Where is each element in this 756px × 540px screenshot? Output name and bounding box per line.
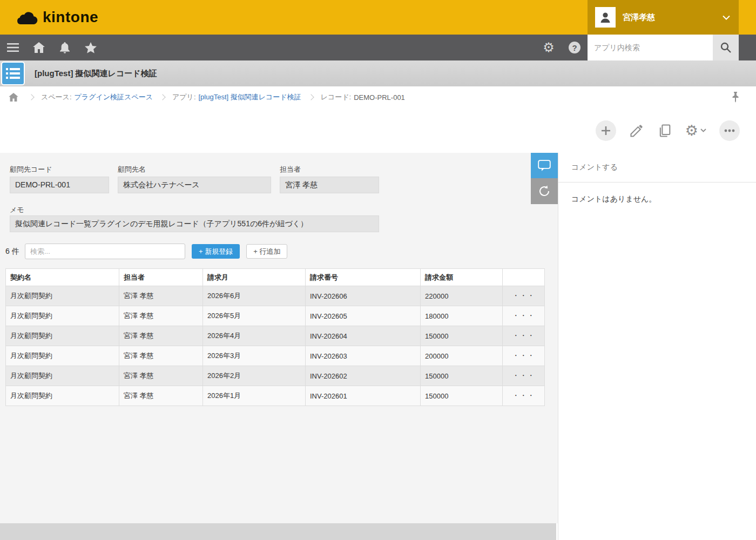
app-title: [plugTest] 擬似関連レコード検証 [35,60,157,86]
pin-icon [731,92,740,103]
notifications-button[interactable] [52,35,78,60]
gear-icon: ⚙ [685,123,698,138]
row-menu-button[interactable]: ・・・ [503,366,545,386]
table-row: 月次顧問契約 宮澤 孝慈 2026年4月 INV-202604 150000 ・… [6,326,545,346]
favorites-button[interactable] [78,35,104,60]
field-customer-code-label: 顧問先コード [10,165,52,174]
plus-icon [601,126,611,136]
field-customer-name-value: 株式会社ハテナベース [118,177,271,193]
breadcrumb-home-link[interactable] [5,93,22,102]
col-header-amount: 請求金額 [421,269,503,286]
col-header-contract: 契約名 [6,269,119,286]
kintone-cloud-icon [16,10,38,24]
cell-invoice: INV-202603 [306,346,421,366]
breadcrumb-space-label: スペース: [41,92,72,102]
row-menu-button[interactable]: ・・・ [503,286,545,306]
home-button[interactable] [26,35,52,60]
cell-amount: 200000 [421,346,503,366]
navbar-left-icons [0,35,104,60]
add-row-button[interactable]: + 行追加 [246,244,287,259]
pencil-icon [629,123,644,138]
more-options-button[interactable] [719,120,740,141]
help-button[interactable]: ? [562,35,588,60]
cell-invoice: INV-202602 [306,366,421,386]
register-new-button[interactable]: + 新規登録 [192,244,240,259]
table-search-input[interactable] [25,244,185,259]
col-header-month: 請求月 [203,269,306,286]
comments-panel: コメントする コメントはありません。 [558,153,756,540]
table-row: 月次顧問契約 宮澤 孝慈 2026年5月 INV-202605 180000 ・… [6,306,545,326]
edit-record-button[interactable] [629,123,644,138]
breadcrumb-record-value: DEMO-PRL-001 [354,93,405,102]
row-menu-button[interactable]: ・・・ [503,306,545,326]
comments-tab[interactable] [531,153,558,178]
cell-assignee: 宮澤 孝慈 [119,306,203,326]
cell-contract: 月次顧問契約 [6,306,119,326]
history-icon [538,185,551,198]
breadcrumb-app-link[interactable]: [plugTest] 擬似関連レコード検証 [199,92,301,102]
app-search-input[interactable] [588,35,713,60]
search-submit-button[interactable] [713,35,739,60]
row-menu-button[interactable]: ・・・ [503,326,545,346]
breadcrumb-space-link[interactable]: プラグイン検証スペース [75,92,153,102]
cell-contract: 月次顧問契約 [6,346,119,366]
kintone-record-page: kintone 宮澤孝慈 [0,0,756,540]
cell-contract: 月次顧問契約 [6,366,119,386]
duplicate-record-button[interactable] [657,123,672,138]
user-avatar-icon [595,7,616,28]
cell-month: 2026年4月 [203,326,306,346]
cell-contract: 月次顧問契約 [6,286,119,306]
cell-assignee: 宮澤 孝慈 [119,326,203,346]
cell-contract: 月次顧問契約 [6,326,119,346]
app-icon[interactable] [1,62,25,85]
chevron-right-icon [308,94,314,100]
app-title-bar: [plugTest] 擬似関連レコード検証 [0,60,756,86]
breadcrumb: スペース: プラグイン検証スペース アプリ: [plugTest] 擬似関連レコ… [0,86,756,108]
field-memo-label: メモ [10,205,24,215]
col-header-actions [503,269,545,286]
record-toolbar-icons: ⚙ [596,108,740,153]
global-navbar: ⚙ ? [0,35,756,60]
field-memo-value: 擬似関連レコード一覧プラグインのデモ用親レコード（子アプリ551の6件が紐づく） [10,215,379,232]
cell-amount: 150000 [421,366,503,386]
chevron-down-icon [723,15,730,20]
pin-button[interactable] [731,92,740,104]
cell-amount: 220000 [421,286,503,306]
chevron-right-icon [28,94,34,100]
comments-empty-message: コメントはありません。 [558,183,756,216]
table-row: 月次顧問契約 宮澤 孝慈 2026年3月 INV-202603 200000 ・… [6,346,545,366]
chevron-right-icon [159,94,165,100]
row-menu-button[interactable]: ・・・ [503,346,545,366]
cell-assignee: 宮澤 孝慈 [119,286,203,306]
cell-invoice: INV-202604 [306,326,421,346]
record-settings-button[interactable]: ⚙ [685,123,706,138]
cell-amount: 150000 [421,386,503,406]
row-menu-button[interactable]: ・・・ [503,386,545,406]
home-icon [33,42,45,53]
breadcrumb-app-label: アプリ: [172,92,196,102]
hamburger-menu-button[interactable] [0,35,26,60]
comment-compose-link[interactable]: コメントする [558,153,756,183]
cell-month: 2026年6月 [203,286,306,306]
field-customer-name-label: 顧問先名 [118,165,146,174]
cell-contract: 月次顧問契約 [6,386,119,406]
cell-amount: 180000 [421,306,503,326]
kintone-logo[interactable]: kintone [16,0,98,35]
cell-assignee: 宮澤 孝慈 [119,386,203,406]
history-tab[interactable] [531,178,558,204]
related-table-controls: 6 件 + 新規登録 + 行追加 [5,244,287,259]
cell-amount: 150000 [421,326,503,346]
settings-button[interactable]: ⚙ [536,35,562,60]
add-record-button[interactable] [596,120,616,141]
field-assignee-label: 担当者 [280,165,301,174]
user-menu[interactable]: 宮澤孝慈 [588,0,739,35]
table-row: 月次顧問契約 宮澤 孝慈 2026年2月 INV-202602 150000 ・… [6,366,545,386]
home-icon [9,93,18,102]
cell-invoice: INV-202605 [306,306,421,326]
field-customer-code-value: DEMO-PRL-001 [10,177,109,193]
table-header-row: 契約名 担当者 請求月 請求番号 請求金額 [6,269,545,286]
search-icon [720,42,731,53]
field-assignee-value: 宮澤 孝慈 [280,177,379,193]
hamburger-icon [7,43,19,52]
horizontal-scrollbar[interactable] [0,523,556,540]
